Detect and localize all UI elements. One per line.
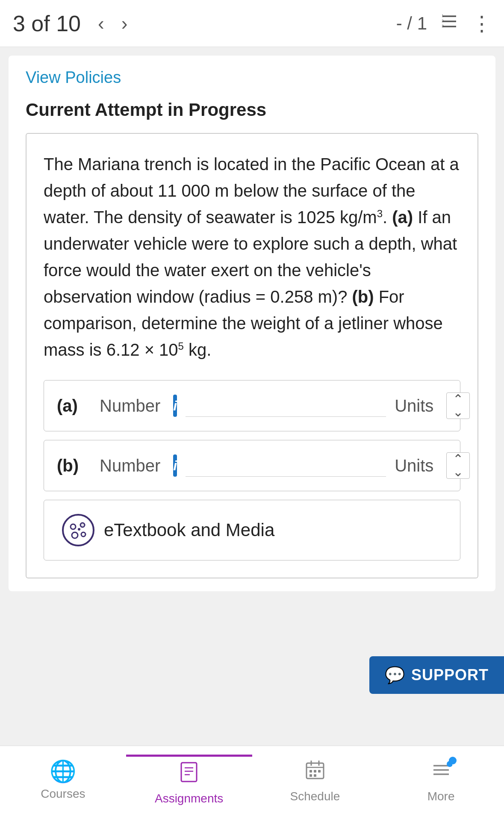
next-button[interactable]: › (117, 14, 132, 33)
row-a-units-selector[interactable]: ⌃ ⌄ (446, 392, 470, 419)
svg-rect-24 (314, 774, 316, 777)
svg-rect-23 (309, 774, 312, 777)
bottom-navigation: 🌐 Courses Assignments (0, 746, 504, 814)
row-b-info-button[interactable]: i (173, 454, 177, 477)
svg-text:3: 3 (442, 24, 444, 28)
list-icon[interactable]: 1 2 3 (440, 12, 459, 35)
assignments-label: Assignments (155, 792, 223, 805)
etextbook-icon (61, 513, 95, 547)
support-chat-icon: 💬 (385, 666, 405, 684)
bottom-nav-courses[interactable]: 🌐 Courses (0, 755, 126, 801)
svg-point-8 (80, 523, 85, 527)
svg-text:1: 1 (442, 14, 444, 18)
svg-rect-21 (314, 770, 316, 773)
svg-point-7 (71, 524, 76, 529)
support-button[interactable]: 💬 SUPPORT (369, 656, 504, 694)
etextbook-section[interactable]: eTextbook and Media (44, 500, 460, 560)
chevron-down-icon-b: ⌄ (453, 466, 463, 478)
problem-box: The Mariana trench is located in the Pac… (26, 133, 478, 578)
svg-rect-22 (318, 770, 321, 773)
more-label: More (427, 790, 455, 803)
problem-text: The Mariana trench is located in the Pac… (44, 151, 460, 363)
svg-point-9 (72, 532, 78, 538)
courses-label: Courses (41, 787, 85, 801)
row-b-units-selector[interactable]: ⌃ ⌄ (446, 452, 470, 479)
bottom-nav-schedule[interactable]: Schedule (252, 755, 378, 803)
etextbook-label: eTextbook and Media (104, 520, 274, 540)
schedule-label: Schedule (290, 790, 340, 803)
content-area: View Policies Current Attempt in Progres… (0, 56, 504, 668)
row-a-number-label: Number (100, 396, 160, 416)
svg-text:2: 2 (442, 19, 444, 23)
bottom-nav-assignments[interactable]: Assignments (126, 755, 252, 805)
svg-rect-20 (309, 770, 312, 773)
row-a-info-button[interactable]: i (173, 395, 177, 417)
row-b-label: (b) (57, 456, 91, 475)
svg-point-10 (81, 532, 85, 537)
attempt-status: Current Attempt in Progress (26, 100, 478, 120)
row-b-number-label: Number (100, 456, 160, 475)
globe-icon: 🌐 (50, 759, 76, 784)
calendar-icon (304, 759, 326, 786)
chevron-up-icon: ⌃ (453, 393, 463, 406)
input-row-b: (b) Number i Units ⌃ ⌄ (44, 440, 460, 491)
row-b-number-input[interactable] (186, 454, 386, 477)
row-a-label: (a) (57, 396, 91, 416)
row-b-units-label: Units (395, 456, 433, 475)
chevron-up-icon-b: ⌃ (453, 453, 463, 466)
svg-point-11 (78, 528, 80, 531)
svg-rect-12 (181, 763, 197, 782)
page-info: - / 1 (396, 13, 427, 34)
assignments-icon (178, 761, 200, 788)
more-options-icon[interactable]: ⋮ (472, 12, 491, 35)
more-menu-icon (430, 759, 452, 786)
row-a-number-input[interactable] (186, 395, 386, 417)
view-policies-link[interactable]: View Policies (26, 68, 478, 87)
chevron-down-icon: ⌄ (453, 406, 463, 419)
input-row-a: (a) Number i Units ⌃ ⌄ (44, 380, 460, 431)
navigation-arrows: ‹ › (94, 14, 132, 33)
prev-button[interactable]: ‹ (94, 14, 109, 33)
top-header: 3 of 10 ‹ › - / 1 1 2 3 ⋮ (0, 0, 504, 47)
main-card: View Policies Current Attempt in Progres… (9, 56, 495, 591)
bottom-nav-more[interactable]: More (378, 755, 504, 803)
support-label: SUPPORT (411, 666, 489, 684)
question-counter: 3 of 10 (13, 11, 81, 36)
row-a-units-label: Units (395, 396, 433, 416)
